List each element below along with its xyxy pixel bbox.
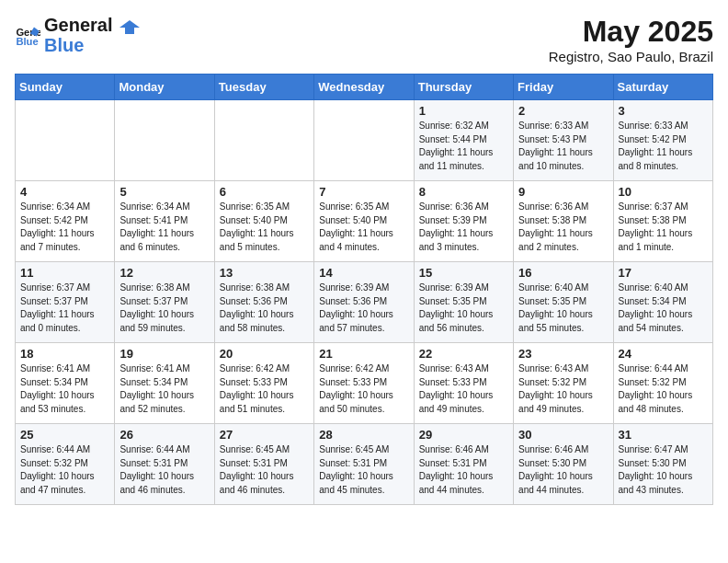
day-number: 29 bbox=[419, 428, 508, 442]
calendar-week-row: 11Sunrise: 6:37 AM Sunset: 5:37 PM Dayli… bbox=[16, 262, 713, 343]
header-tuesday: Tuesday bbox=[214, 75, 313, 100]
day-info: Sunrise: 6:36 AM Sunset: 5:38 PM Dayligh… bbox=[518, 201, 608, 254]
day-number: 20 bbox=[220, 347, 309, 361]
table-row: 27Sunrise: 6:45 AM Sunset: 5:31 PM Dayli… bbox=[214, 424, 313, 505]
table-row: 24Sunrise: 6:44 AM Sunset: 5:32 PM Dayli… bbox=[613, 343, 712, 424]
day-info: Sunrise: 6:38 AM Sunset: 5:37 PM Dayligh… bbox=[119, 282, 209, 335]
table-row: 29Sunrise: 6:46 AM Sunset: 5:31 PM Dayli… bbox=[414, 424, 513, 505]
day-info: Sunrise: 6:39 AM Sunset: 5:36 PM Dayligh… bbox=[319, 282, 408, 335]
table-row: 12Sunrise: 6:38 AM Sunset: 5:37 PM Dayli… bbox=[115, 262, 214, 343]
table-row: 23Sunrise: 6:43 AM Sunset: 5:32 PM Dayli… bbox=[514, 343, 613, 424]
day-number: 13 bbox=[220, 266, 309, 280]
day-number: 16 bbox=[518, 266, 608, 280]
table-row: 13Sunrise: 6:38 AM Sunset: 5:36 PM Dayli… bbox=[214, 262, 313, 343]
calendar-week-row: 18Sunrise: 6:41 AM Sunset: 5:34 PM Dayli… bbox=[16, 343, 713, 424]
day-number: 31 bbox=[619, 428, 708, 442]
table-row bbox=[115, 100, 214, 181]
table-row: 7Sunrise: 6:35 AM Sunset: 5:40 PM Daylig… bbox=[314, 181, 414, 262]
day-info: Sunrise: 6:41 AM Sunset: 5:34 PM Dayligh… bbox=[20, 362, 109, 416]
day-number: 30 bbox=[518, 428, 608, 442]
header-wednesday: Wednesday bbox=[314, 75, 414, 100]
day-number: 25 bbox=[20, 428, 109, 442]
day-info: Sunrise: 6:32 AM Sunset: 5:44 PM Dayligh… bbox=[419, 120, 508, 173]
day-number: 3 bbox=[619, 104, 708, 118]
day-info: Sunrise: 6:43 AM Sunset: 5:33 PM Dayligh… bbox=[419, 362, 508, 416]
header-thursday: Thursday bbox=[414, 75, 513, 100]
day-info: Sunrise: 6:33 AM Sunset: 5:42 PM Dayligh… bbox=[619, 120, 708, 173]
day-number: 22 bbox=[419, 347, 508, 361]
table-row: 4Sunrise: 6:34 AM Sunset: 5:42 PM Daylig… bbox=[16, 181, 115, 262]
header-monday: Monday bbox=[115, 75, 214, 100]
header-saturday: Saturday bbox=[613, 75, 712, 100]
table-row bbox=[16, 100, 115, 181]
logo: General Blue General Blue bbox=[15, 15, 142, 55]
day-info: Sunrise: 6:34 AM Sunset: 5:41 PM Dayligh… bbox=[119, 201, 209, 254]
day-number: 7 bbox=[319, 185, 408, 199]
day-info: Sunrise: 6:42 AM Sunset: 5:33 PM Dayligh… bbox=[319, 362, 408, 416]
day-info: Sunrise: 6:36 AM Sunset: 5:39 PM Dayligh… bbox=[419, 201, 508, 254]
day-number: 14 bbox=[319, 266, 408, 280]
table-row: 19Sunrise: 6:41 AM Sunset: 5:34 PM Dayli… bbox=[115, 343, 214, 424]
table-row: 5Sunrise: 6:34 AM Sunset: 5:41 PM Daylig… bbox=[115, 181, 214, 262]
day-info: Sunrise: 6:44 AM Sunset: 5:31 PM Dayligh… bbox=[119, 443, 209, 497]
day-number: 23 bbox=[518, 347, 608, 361]
table-row: 31Sunrise: 6:47 AM Sunset: 5:30 PM Dayli… bbox=[613, 424, 712, 505]
day-number: 24 bbox=[619, 347, 708, 361]
calendar-week-row: 1Sunrise: 6:32 AM Sunset: 5:44 PM Daylig… bbox=[16, 100, 713, 181]
day-number: 28 bbox=[319, 428, 408, 442]
day-number: 8 bbox=[419, 185, 508, 199]
day-info: Sunrise: 6:37 AM Sunset: 5:38 PM Dayligh… bbox=[619, 201, 708, 254]
day-info: Sunrise: 6:46 AM Sunset: 5:31 PM Dayligh… bbox=[419, 443, 508, 497]
table-row: 10Sunrise: 6:37 AM Sunset: 5:38 PM Dayli… bbox=[613, 181, 712, 262]
table-row: 26Sunrise: 6:44 AM Sunset: 5:31 PM Dayli… bbox=[115, 424, 214, 505]
table-row: 22Sunrise: 6:43 AM Sunset: 5:33 PM Dayli… bbox=[414, 343, 513, 424]
day-number: 1 bbox=[419, 104, 508, 118]
table-row: 17Sunrise: 6:40 AM Sunset: 5:34 PM Dayli… bbox=[613, 262, 712, 343]
day-number: 12 bbox=[119, 266, 209, 280]
calendar-table: Sunday Monday Tuesday Wednesday Thursday… bbox=[15, 74, 713, 505]
day-number: 2 bbox=[518, 104, 608, 118]
table-row: 15Sunrise: 6:39 AM Sunset: 5:35 PM Dayli… bbox=[414, 262, 513, 343]
day-info: Sunrise: 6:40 AM Sunset: 5:35 PM Dayligh… bbox=[518, 282, 608, 335]
table-row bbox=[214, 100, 313, 181]
calendar-week-row: 25Sunrise: 6:44 AM Sunset: 5:32 PM Dayli… bbox=[16, 424, 713, 505]
day-number: 11 bbox=[20, 266, 109, 280]
table-row: 3Sunrise: 6:33 AM Sunset: 5:42 PM Daylig… bbox=[613, 100, 712, 181]
table-row: 28Sunrise: 6:45 AM Sunset: 5:31 PM Dayli… bbox=[314, 424, 414, 505]
day-info: Sunrise: 6:35 AM Sunset: 5:40 PM Dayligh… bbox=[319, 201, 408, 254]
calendar-week-row: 4Sunrise: 6:34 AM Sunset: 5:42 PM Daylig… bbox=[16, 181, 713, 262]
table-row: 8Sunrise: 6:36 AM Sunset: 5:39 PM Daylig… bbox=[414, 181, 513, 262]
day-number: 5 bbox=[119, 185, 209, 199]
table-row: 30Sunrise: 6:46 AM Sunset: 5:30 PM Dayli… bbox=[514, 424, 613, 505]
day-number: 27 bbox=[220, 428, 309, 442]
day-info: Sunrise: 6:35 AM Sunset: 5:40 PM Dayligh… bbox=[220, 201, 309, 254]
table-row: 1Sunrise: 6:32 AM Sunset: 5:44 PM Daylig… bbox=[414, 100, 513, 181]
day-info: Sunrise: 6:46 AM Sunset: 5:30 PM Dayligh… bbox=[518, 443, 608, 497]
day-info: Sunrise: 6:41 AM Sunset: 5:34 PM Dayligh… bbox=[119, 362, 209, 416]
logo-text: General bbox=[44, 15, 142, 35]
day-info: Sunrise: 6:44 AM Sunset: 5:32 PM Dayligh… bbox=[619, 362, 708, 416]
day-info: Sunrise: 6:39 AM Sunset: 5:35 PM Dayligh… bbox=[419, 282, 508, 335]
day-info: Sunrise: 6:47 AM Sunset: 5:30 PM Dayligh… bbox=[619, 443, 708, 497]
logo-blue-text: Blue bbox=[44, 35, 142, 55]
location: Registro, Sao Paulo, Brazil bbox=[549, 49, 713, 64]
table-row: 21Sunrise: 6:42 AM Sunset: 5:33 PM Dayli… bbox=[314, 343, 414, 424]
day-number: 6 bbox=[220, 185, 309, 199]
day-number: 26 bbox=[119, 428, 209, 442]
day-info: Sunrise: 6:40 AM Sunset: 5:34 PM Dayligh… bbox=[619, 282, 708, 335]
table-row: 16Sunrise: 6:40 AM Sunset: 5:35 PM Dayli… bbox=[514, 262, 613, 343]
day-number: 4 bbox=[20, 185, 109, 199]
table-row: 14Sunrise: 6:39 AM Sunset: 5:36 PM Dayli… bbox=[314, 262, 414, 343]
day-number: 17 bbox=[619, 266, 708, 280]
svg-text:Blue: Blue bbox=[16, 36, 38, 47]
header-friday: Friday bbox=[514, 75, 613, 100]
day-number: 18 bbox=[20, 347, 109, 361]
day-info: Sunrise: 6:34 AM Sunset: 5:42 PM Dayligh… bbox=[20, 201, 109, 254]
day-number: 9 bbox=[518, 185, 608, 199]
day-info: Sunrise: 6:33 AM Sunset: 5:43 PM Dayligh… bbox=[518, 120, 608, 173]
day-info: Sunrise: 6:44 AM Sunset: 5:32 PM Dayligh… bbox=[20, 443, 109, 497]
table-row: 2Sunrise: 6:33 AM Sunset: 5:43 PM Daylig… bbox=[514, 100, 613, 181]
table-row: 6Sunrise: 6:35 AM Sunset: 5:40 PM Daylig… bbox=[214, 181, 313, 262]
table-row: 25Sunrise: 6:44 AM Sunset: 5:32 PM Dayli… bbox=[16, 424, 115, 505]
title-block: May 2025 Registro, Sao Paulo, Brazil bbox=[549, 15, 713, 64]
